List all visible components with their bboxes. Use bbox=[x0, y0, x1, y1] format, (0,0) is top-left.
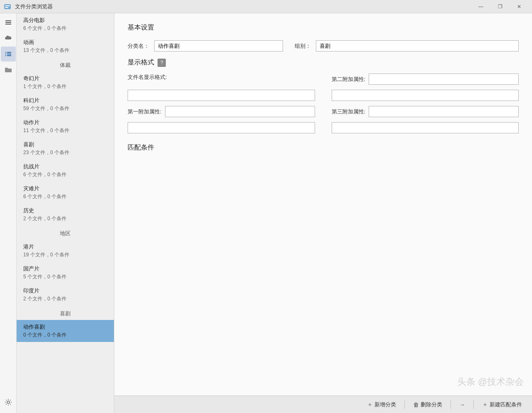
delete-category-button[interactable]: 🗑 删除分类 bbox=[410, 399, 446, 410]
category-label: 分类名： bbox=[128, 42, 149, 50]
svg-rect-10 bbox=[5, 55, 6, 56]
trash-icon: 🗑 bbox=[413, 401, 419, 408]
sidebar-item-name: 动作片 bbox=[23, 119, 107, 126]
delete-category-label: 删除分类 bbox=[421, 401, 442, 408]
format-grid: 文件名显示格式: 第二附加属性: bbox=[128, 74, 519, 133]
filename-format-label: 文件名显示格式: bbox=[128, 74, 167, 81]
sidebar-item-top-1[interactable]: 高分电影 6 个文件，0 个条件 bbox=[17, 13, 114, 35]
sidebar-item-name: 国产片 bbox=[23, 265, 107, 273]
maximize-button[interactable]: ❐ bbox=[490, 0, 510, 13]
svg-rect-8 bbox=[5, 54, 6, 54]
second-attr-sub-input[interactable] bbox=[332, 90, 519, 101]
separator-3 bbox=[473, 401, 474, 409]
list-button[interactable] bbox=[1, 47, 16, 61]
svg-rect-11 bbox=[7, 55, 11, 56]
sidebar-item-kangzhan[interactable]: 抗战片 6 个文件，0 个条件 bbox=[17, 160, 114, 182]
left-toolbar bbox=[0, 13, 17, 413]
category-input[interactable] bbox=[154, 40, 283, 52]
first-attr-input[interactable] bbox=[165, 106, 315, 117]
menu-button[interactable] bbox=[1, 15, 16, 30]
filename-format-input-row bbox=[128, 90, 315, 101]
main-content: 基本设置 分类名： 组别： 显示格式 ? 文件名显示格式: bbox=[114, 13, 532, 413]
svg-point-12 bbox=[7, 401, 10, 403]
match-conditions-title: 匹配条件 bbox=[128, 143, 519, 152]
sidebar-item-meta: 59 个文件，0 个条件 bbox=[23, 105, 107, 112]
svg-rect-6 bbox=[5, 52, 6, 53]
svg-rect-9 bbox=[7, 54, 11, 54]
first-attr-field: 第一附加属性: bbox=[128, 106, 315, 117]
group-label: 组别： bbox=[295, 42, 311, 50]
minimize-button[interactable]: — bbox=[471, 0, 490, 13]
sidebar-item-guochan[interactable]: 国产片 5 个文件，0 个条件 bbox=[17, 262, 114, 284]
third-attr-label-row: 第三附加属性: bbox=[332, 106, 519, 117]
sidebar-item-name: 历史 bbox=[23, 207, 107, 214]
help-button[interactable]: ? bbox=[158, 59, 166, 67]
add-match-label: 新建匹配条件 bbox=[490, 401, 522, 408]
svg-rect-1 bbox=[5, 5, 10, 6]
window-controls: — ❐ ✕ bbox=[471, 0, 529, 13]
first-attr-sub-row bbox=[128, 122, 315, 133]
sidebar-item-name: 动作喜剧 bbox=[23, 323, 107, 331]
separator-1 bbox=[404, 401, 405, 409]
sidebar-item-name: 港片 bbox=[23, 243, 107, 251]
group-header-diqu: 地区 bbox=[17, 226, 114, 240]
second-attr-input[interactable] bbox=[369, 74, 519, 85]
cloud-button[interactable] bbox=[1, 31, 16, 46]
second-attr-field: 第二附加属性: bbox=[332, 74, 519, 85]
sidebar-item-meta: 13 个文件，0 个条件 bbox=[23, 47, 107, 54]
folder-button[interactable] bbox=[1, 62, 16, 77]
sidebar-item-meta: 2 个文件，0 个条件 bbox=[23, 295, 107, 302]
svg-rect-7 bbox=[7, 52, 11, 53]
filename-format-label-row: 文件名显示格式: bbox=[128, 74, 315, 81]
add-category-label: 新增分类 bbox=[374, 401, 396, 408]
sidebar-item-yindu[interactable]: 印度片 2 个文件，0 个条件 bbox=[17, 284, 114, 306]
filename-format-field: 文件名显示格式: bbox=[128, 74, 315, 85]
second-attr-label-row: 第二附加属性: bbox=[332, 74, 519, 85]
sidebar-item-meta: 1 个文件，0 个条件 bbox=[23, 83, 107, 90]
svg-rect-2 bbox=[5, 7, 8, 8]
sidebar-item-meta: 19 个文件，0 个条件 bbox=[23, 251, 107, 258]
sidebar-item-meta: 6 个文件，0 个条件 bbox=[23, 25, 107, 32]
titlebar: 文件分类浏览器 — ❐ ✕ bbox=[0, 0, 532, 13]
app-icon bbox=[3, 2, 12, 11]
sidebar-item-dongzuo-xiju[interactable]: 动作喜剧 0 个文件，0 个条件 bbox=[17, 320, 114, 342]
plus-icon: ＋ bbox=[482, 401, 488, 408]
main-scroll: 基本设置 分类名： 组别： 显示格式 ? 文件名显示格式: bbox=[114, 13, 532, 396]
sidebar-item-meta: 0 个文件，0 个条件 bbox=[23, 332, 107, 339]
app-body: 高分电影 6 个文件，0 个条件 动画 13 个文件，0 个条件 体裁 奇幻片 … bbox=[0, 13, 532, 413]
sidebar-item-dongzuopian[interactable]: 动作片 11 个文件，0 个条件 bbox=[17, 116, 114, 138]
third-attr-sub-input[interactable] bbox=[332, 122, 519, 133]
sidebar-item-meta: 6 个文件，0 个条件 bbox=[23, 193, 107, 200]
filename-format-input[interactable] bbox=[128, 90, 315, 101]
first-attr-sub-input[interactable] bbox=[128, 122, 315, 133]
display-format-header: 显示格式 ? bbox=[128, 58, 519, 67]
sidebar-item-meta: 2 个文件，0 个条件 bbox=[23, 215, 107, 222]
sidebar-item-top-2[interactable]: 动画 13 个文件，0 个条件 bbox=[17, 35, 114, 57]
bottom-bar: ＋ 新增分类 🗑 删除分类 → ＋ 新建匹配条件 bbox=[114, 396, 532, 413]
third-attr-input[interactable] bbox=[369, 106, 519, 117]
match-conditions-section: 匹配条件 bbox=[128, 143, 519, 152]
sidebar: 高分电影 6 个文件，0 个条件 动画 13 个文件，0 个条件 体裁 奇幻片 … bbox=[17, 13, 114, 413]
third-attr-field: 第三附加属性: bbox=[332, 106, 519, 117]
sidebar-item-zainan[interactable]: 灾难片 6 个文件，0 个条件 bbox=[17, 182, 114, 204]
add-category-button[interactable]: ＋ 新增分类 bbox=[364, 399, 399, 410]
add-icon: ＋ bbox=[367, 401, 373, 408]
settings-button[interactable] bbox=[1, 395, 16, 410]
group-header-tizai: 体裁 bbox=[17, 57, 114, 71]
sidebar-item-xiju[interactable]: 喜剧 23 个文件，0 个条件 bbox=[17, 138, 114, 160]
titlebar-left: 文件分类浏览器 bbox=[3, 2, 53, 11]
add-match-button[interactable]: ＋ 新建匹配条件 bbox=[479, 399, 525, 410]
arrow-button[interactable]: → bbox=[456, 400, 468, 410]
sidebar-item-gangpian[interactable]: 港片 19 个文件，0 个条件 bbox=[17, 240, 114, 262]
display-format-title: 显示格式 bbox=[128, 58, 154, 67]
group-input[interactable] bbox=[316, 40, 519, 52]
sidebar-item-kehuan[interactable]: 科幻片 59 个文件，0 个条件 bbox=[17, 93, 114, 116]
sidebar-item-qihuanpian[interactable]: 奇幻片 1 个文件，0 个条件 bbox=[17, 71, 114, 93]
second-attr-label: 第二附加属性: bbox=[332, 76, 366, 83]
category-row: 分类名： 组别： bbox=[128, 40, 519, 52]
sidebar-item-meta: 11 个文件，0 个条件 bbox=[23, 127, 107, 134]
arrow-icon: → bbox=[459, 401, 465, 408]
sidebar-item-lishi[interactable]: 历史 2 个文件，0 个条件 bbox=[17, 204, 114, 226]
sidebar-item-name: 喜剧 bbox=[23, 141, 107, 148]
close-button[interactable]: ✕ bbox=[510, 0, 529, 13]
